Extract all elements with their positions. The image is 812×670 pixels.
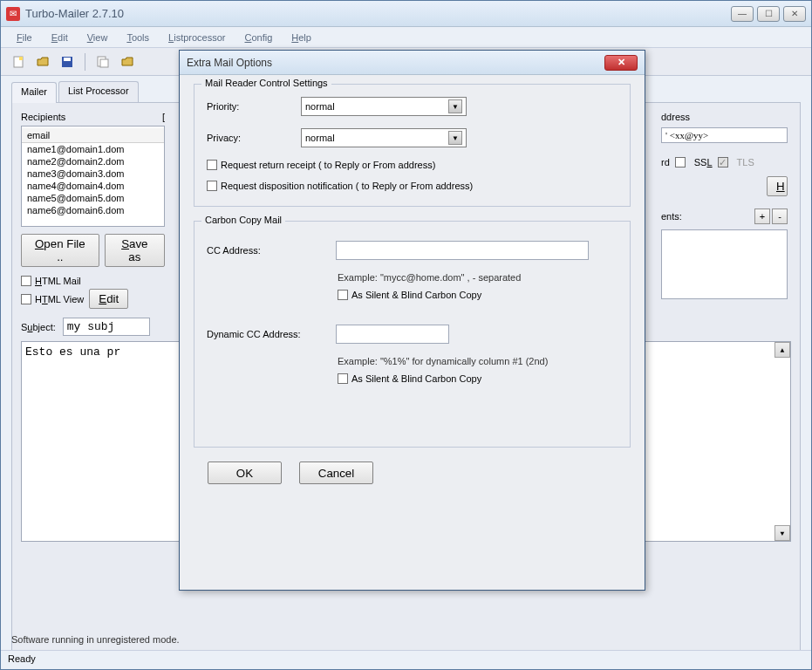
scroll-up-icon[interactable]: ▲ (774, 342, 790, 358)
new-icon[interactable] (10, 53, 27, 71)
disposition-label: Request disposition notification ( to Re… (221, 181, 473, 191)
h-button[interactable]: H (767, 176, 788, 196)
app-icon: ✉ (6, 7, 20, 21)
cancel-button[interactable]: Cancel (299, 461, 373, 484)
html-mail-checkbox[interactable] (21, 276, 31, 286)
dialog-close-button[interactable]: ✕ (604, 55, 638, 71)
save-as-button[interactable]: Save as (105, 234, 165, 267)
maximize-button[interactable]: ☐ (757, 6, 780, 22)
open-icon[interactable] (34, 53, 51, 71)
dialog-title: Extra Mail Options (187, 57, 604, 69)
html-mail-label: HTML Mail (35, 276, 81, 286)
dyncc-silent-label: As Silent & Blind Carbon Copy (351, 373, 481, 384)
save-icon[interactable] (58, 53, 76, 71)
return-receipt-label: Request return receipt ( to Reply or Fro… (221, 160, 435, 170)
cc-address-label: CC Address: (207, 245, 329, 256)
footer-text: Software running in unregistered mode. (11, 634, 180, 645)
svg-rect-1 (19, 57, 23, 60)
dyncc-input[interactable] (336, 325, 449, 344)
cc-silent-checkbox[interactable] (338, 290, 348, 300)
scroll-down-icon[interactable]: ▼ (774, 525, 790, 541)
dyncc-example: Example: "%1%" for dynamically column #1… (338, 356, 618, 366)
sender-hint[interactable]: ' <xx@yy> (661, 127, 788, 143)
list-item[interactable]: name2@domain2.dom (22, 155, 164, 168)
edit-button[interactable]: Edit (89, 289, 128, 309)
list-item[interactable]: name4@domain4.dom (22, 180, 164, 192)
list-item[interactable]: name1@domain1.dom (22, 143, 164, 155)
ssl-checkbox[interactable] (675, 157, 686, 168)
list-item[interactable]: name5@domain5.dom (22, 192, 164, 204)
cc-silent-label: As Silent & Blind Carbon Copy (351, 290, 481, 300)
ok-button[interactable]: OK (208, 461, 282, 484)
menu-view[interactable]: View (78, 30, 117, 45)
chevron-down-icon: ▼ (448, 131, 462, 145)
group-title: Mail Reader Control Settings (201, 78, 331, 88)
dialog-titlebar: Extra Mail Options ✕ (180, 51, 645, 75)
statusbar: Ready (1, 650, 811, 669)
tls-checkbox[interactable]: ✓ (718, 157, 728, 168)
tls-label: TLS (737, 157, 754, 168)
menu-help[interactable]: Help (283, 30, 320, 45)
menu-config[interactable]: Config (235, 30, 281, 45)
attachments-label-partial: ents: (661, 211, 682, 222)
svg-rect-3 (64, 58, 71, 61)
tab-listprocessor[interactable]: List Processor (58, 81, 139, 102)
extra-mail-options-dialog: Extra Mail Options ✕ Mail Reader Control… (179, 50, 645, 591)
attachments-list[interactable] (661, 229, 788, 299)
rd-label: rd (661, 157, 670, 168)
tab-mailer[interactable]: Mailer (11, 82, 57, 103)
carbon-copy-group: Carbon Copy Mail CC Address: Example: "m… (194, 221, 631, 448)
priority-label: Priority: (207, 101, 294, 112)
chevron-down-icon: ▼ (448, 99, 462, 113)
svg-rect-5 (100, 59, 108, 67)
titlebar: ✉ Turbo-Mailer 2.7.10 — ☐ ✕ (1, 1, 811, 27)
right-column: ddress ' <xx@yy> rd SSL ✓ TLS H ents: + … (661, 112, 788, 299)
open2-icon[interactable] (119, 53, 136, 71)
remove-attachment-button[interactable]: - (772, 209, 788, 224)
cc-example: Example: "mycc@home.dom" , - separated (338, 272, 618, 283)
close-button[interactable]: ✕ (783, 6, 806, 22)
minimize-button[interactable]: — (731, 6, 754, 22)
recipients-label: Recipients (21, 112, 65, 122)
copy-icon[interactable] (94, 53, 112, 71)
open-file-button[interactable]: Open File .. (21, 234, 99, 267)
subject-label: Subject: (21, 322, 56, 332)
subject-input[interactable] (63, 318, 150, 336)
menu-file[interactable]: File (8, 30, 41, 45)
html-view-label: HTML View (35, 294, 84, 304)
mail-reader-settings-group: Mail Reader Control Settings Priority: n… (194, 84, 631, 207)
address-label-partial: ddress (661, 112, 788, 122)
html-view-checkbox[interactable] (21, 294, 31, 304)
return-receipt-checkbox[interactable] (207, 160, 217, 170)
dyncc-silent-checkbox[interactable] (338, 373, 348, 384)
privacy-select[interactable]: normal ▼ (301, 128, 467, 147)
cc-address-input[interactable] (336, 241, 589, 260)
add-attachment-button[interactable]: + (754, 209, 770, 224)
menubar: File Edit View Tools Listprocessor Confi… (1, 27, 811, 48)
disposition-checkbox[interactable] (207, 181, 217, 191)
menu-edit[interactable]: Edit (43, 30, 77, 45)
email-list[interactable]: email name1@domain1.dom name2@domain2.do… (21, 126, 165, 227)
group-title: Carbon Copy Mail (201, 215, 285, 225)
menu-tools[interactable]: Tools (118, 30, 158, 45)
dyncc-label: Dynamic CC Address: (207, 329, 329, 339)
window-title: Turbo-Mailer 2.7.10 (25, 7, 731, 20)
email-column-header[interactable]: email (22, 128, 164, 143)
recipients-bracket: [ (162, 112, 165, 122)
menu-listprocessor[interactable]: Listprocessor (160, 30, 234, 45)
list-item[interactable]: name3@domain3.dom (22, 168, 164, 180)
privacy-label: Privacy: (207, 133, 294, 143)
priority-select[interactable]: normal ▼ (301, 97, 467, 116)
list-item[interactable]: name6@domain6.dom (22, 204, 164, 216)
ssl-label: SSL (694, 157, 713, 168)
